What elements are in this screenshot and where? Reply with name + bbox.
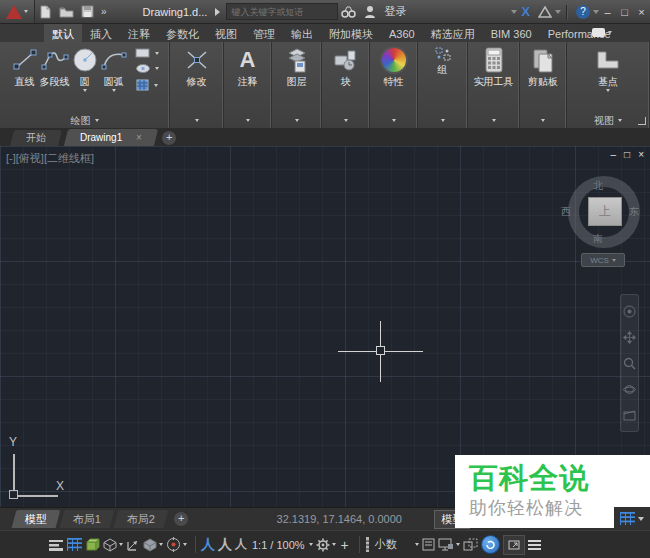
panel-expand-clipboard[interactable] xyxy=(520,113,566,128)
file-tab-drawing1[interactable]: Drawing1 × xyxy=(64,129,158,146)
minimize-button[interactable]: – xyxy=(600,6,615,18)
hatch-tool[interactable] xyxy=(135,78,159,92)
snap-tracking-toggle[interactable] xyxy=(166,534,187,556)
panel-label-draw[interactable]: 绘图 xyxy=(0,113,169,128)
tab-a360[interactable]: A360 xyxy=(381,24,423,42)
panel-expand-group[interactable] xyxy=(418,113,467,128)
search-button[interactable] xyxy=(339,2,358,21)
annotation-autoscale-toggle[interactable]: 人 xyxy=(218,534,232,556)
arc-tool[interactable]: 圆弧 xyxy=(100,45,128,113)
annotation-scale-button[interactable]: 1:1 / 100% xyxy=(250,534,313,556)
steering-wheel-icon[interactable] xyxy=(623,305,636,318)
tab-featured-apps[interactable]: 精选应用 xyxy=(423,24,483,42)
quick-properties-toggle[interactable] xyxy=(422,534,435,556)
search-input[interactable] xyxy=(226,3,338,20)
chevron-down-icon[interactable] xyxy=(606,89,610,92)
panel-expand-modify[interactable] xyxy=(170,113,223,128)
drawing-canvas[interactable]: [-][俯视][二维线框] – □ × 北 西 东 南 上 WCS Y xyxy=(0,146,650,507)
lineweight-toggle[interactable] xyxy=(48,534,64,556)
close-drawing-button[interactable]: × xyxy=(638,149,644,160)
base-point-tool[interactable]: 基点 xyxy=(595,45,621,113)
file-tab-start[interactable]: 开始 xyxy=(10,130,62,146)
viewport-controls[interactable]: [-][俯视][二维线框] xyxy=(6,151,94,166)
minimize-drawing-button[interactable]: – xyxy=(611,149,617,160)
tab-default[interactable]: 默认 xyxy=(44,24,82,42)
zoom-icon[interactable] xyxy=(623,357,636,370)
orbit-icon[interactable] xyxy=(623,383,636,396)
annotation-visibility-toggle[interactable]: 人 xyxy=(201,534,215,556)
viewcube-west[interactable]: 西 xyxy=(561,205,571,219)
isolate-objects-icon[interactable] xyxy=(620,512,635,525)
graphics-performance-button[interactable] xyxy=(481,534,500,556)
maximize-button[interactable]: □ xyxy=(617,6,632,18)
group-tool[interactable]: 组 xyxy=(435,45,451,113)
object-snap-toggle[interactable] xyxy=(143,534,163,556)
viewcube-top-face[interactable]: 上 xyxy=(588,197,622,226)
annotation-monitor-toggle[interactable]: 人 xyxy=(235,534,247,556)
panel-expand-block[interactable] xyxy=(322,113,369,128)
chevron-down-icon[interactable] xyxy=(112,89,116,92)
tab-annotate[interactable]: 注释 xyxy=(120,24,158,42)
layout-tab-layout1[interactable]: 布局1 xyxy=(60,510,115,528)
isolate-objects-button[interactable] xyxy=(463,534,478,556)
user-icon[interactable] xyxy=(360,2,379,21)
tab-bim360[interactable]: BIM 360 xyxy=(483,24,540,42)
pan-icon[interactable] xyxy=(623,331,636,344)
lock-ui-button[interactable] xyxy=(438,534,460,556)
layers-tool[interactable]: 图层 xyxy=(285,45,309,113)
modify-tool[interactable]: 修改 xyxy=(184,45,210,113)
exchange-apps-icon[interactable]: X xyxy=(521,4,530,19)
layout-tab-model[interactable]: 模型 xyxy=(12,510,61,528)
save-button[interactable] xyxy=(78,2,97,21)
snap-toggle[interactable] xyxy=(85,534,100,556)
tab-insert[interactable]: 插入 xyxy=(82,24,120,42)
units-button[interactable]: 小数 xyxy=(373,534,419,556)
quick-access-overflow-icon[interactable]: » xyxy=(101,6,106,17)
panel-expand-utilities[interactable] xyxy=(468,113,519,128)
show-motion-icon[interactable] xyxy=(623,409,636,421)
utilities-tool[interactable]: 实用工具 xyxy=(474,45,514,113)
title-expand-icon[interactable] xyxy=(215,8,220,16)
restore-drawing-button[interactable]: □ xyxy=(624,149,630,160)
layout-tab-layout2[interactable]: 布局2 xyxy=(114,510,169,528)
polar-tracking-toggle[interactable] xyxy=(126,534,140,556)
wcs-button[interactable]: WCS xyxy=(581,253,625,267)
properties-tool[interactable]: 特性 xyxy=(380,45,408,113)
close-button[interactable]: × xyxy=(634,6,649,18)
ellipse-tool[interactable] xyxy=(135,63,159,74)
tab-output[interactable]: 输出 xyxy=(283,24,321,42)
viewcube-south[interactable]: 南 xyxy=(593,232,603,246)
clipboard-tool[interactable]: 剪贴板 xyxy=(528,45,558,113)
tab-addins[interactable]: 附加模块 xyxy=(321,24,381,42)
annotate-tool[interactable]: A 注释 xyxy=(238,45,258,113)
tab-parametric[interactable]: 参数化 xyxy=(158,24,207,42)
viewcube-east[interactable]: 东 xyxy=(629,205,639,219)
polyline-tool[interactable]: 多段线 xyxy=(40,45,70,113)
new-drawing-button[interactable]: + xyxy=(162,131,176,145)
ribbon-display-toggle[interactable] xyxy=(592,28,612,37)
panel-expand-properties[interactable] xyxy=(370,113,417,128)
new-file-button[interactable] xyxy=(36,2,55,21)
customize-button[interactable] xyxy=(528,534,541,556)
tab-manage[interactable]: 管理 xyxy=(245,24,283,42)
a360-icon[interactable] xyxy=(535,2,554,21)
new-layout-button[interactable]: + xyxy=(174,512,188,526)
rectangle-tool[interactable] xyxy=(135,47,159,59)
chevron-down-icon[interactable] xyxy=(511,10,517,14)
clean-screen-button[interactable] xyxy=(503,534,525,556)
workspace-switch-button[interactable] xyxy=(316,534,336,556)
chevron-down-icon[interactable] xyxy=(638,517,644,521)
line-tool[interactable]: 直线 xyxy=(12,45,38,113)
chevron-down-icon[interactable] xyxy=(555,10,561,14)
login-button[interactable]: 登录 xyxy=(384,4,406,19)
panel-expand-annotate[interactable] xyxy=(224,113,271,128)
tab-view[interactable]: 视图 xyxy=(207,24,245,42)
chevron-down-icon[interactable] xyxy=(593,10,599,14)
open-file-button[interactable] xyxy=(57,2,76,21)
isometric-drafting-toggle[interactable] xyxy=(103,534,123,556)
panel-expand-layers[interactable] xyxy=(272,113,321,128)
app-menu-button[interactable] xyxy=(0,0,35,23)
close-icon[interactable]: × xyxy=(136,132,142,143)
circle-tool[interactable]: 圆 xyxy=(72,45,98,113)
help-icon[interactable]: ? xyxy=(576,5,590,19)
